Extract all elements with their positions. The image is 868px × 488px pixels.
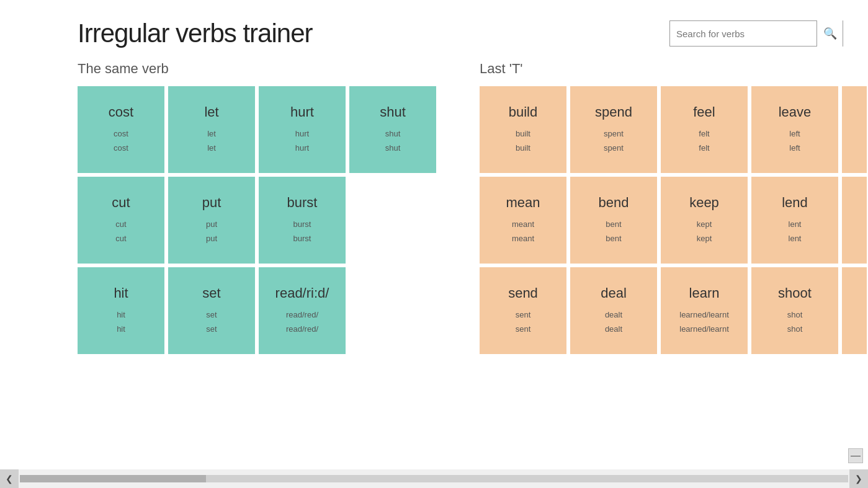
- card-base-form: leave: [779, 104, 812, 120]
- card-base-form: set: [202, 285, 220, 301]
- card-past-form: cut: [115, 217, 126, 231]
- last-t-title: Last 'T': [480, 61, 867, 77]
- card-pp-form: felt: [699, 141, 709, 155]
- card-base-form: burst: [287, 195, 318, 211]
- card-pp-form: set: [206, 322, 217, 336]
- verb-card[interactable]: deal dealt dealt: [570, 267, 657, 354]
- verb-card[interactable]: send sent sent: [480, 267, 566, 354]
- verb-card[interactable]: burst burst burst: [259, 177, 346, 264]
- search-box: 🔍: [669, 20, 843, 47]
- card-pp-form: cut: [115, 231, 126, 246]
- scroll-track: [20, 475, 848, 482]
- card-pp-form: sent: [516, 322, 531, 336]
- card-base-form: hurt: [290, 104, 314, 120]
- card-past-form: spent: [604, 126, 624, 141]
- search-button[interactable]: 🔍: [817, 20, 843, 47]
- card-pp-form: let: [207, 141, 216, 155]
- verb-card[interactable]: cut cut cut: [78, 177, 164, 264]
- same-verb-grid: cost cost cost let let let hurt hurt hur…: [78, 86, 436, 354]
- card-pp-form: left: [789, 141, 800, 155]
- card-past-form: learned/learnt: [679, 308, 729, 322]
- same-verb-section: The same verb cost cost cost let let let…: [78, 61, 436, 354]
- verb-card[interactable]: mean meant meant: [480, 177, 566, 264]
- card-base-form: deal: [601, 285, 627, 301]
- card-past-form: sent: [516, 308, 531, 322]
- verb-card[interactable]: cost cost cost: [78, 86, 164, 173]
- card-pp-form: hurt: [295, 141, 309, 155]
- card-past-form: read/red/: [286, 308, 318, 322]
- card-past-form: lent: [789, 217, 802, 231]
- card-pp-form: burst: [293, 231, 311, 246]
- card-base-form: feel: [693, 104, 715, 120]
- verb-card[interactable]: hurt hurt hurt: [259, 86, 346, 173]
- card-past-form: cost: [114, 126, 128, 141]
- last-t-grid: build built built spend spent spent feel…: [480, 86, 867, 354]
- verb-card[interactable]: lend lent lent: [751, 177, 838, 264]
- card-base-form: keep: [689, 195, 719, 211]
- card-pp-form: hit: [117, 322, 125, 336]
- scroll-thumb: [20, 475, 206, 482]
- card-past-form: hit: [117, 308, 125, 322]
- scroll-left-button[interactable]: ❮: [0, 469, 19, 488]
- scroll-right-button[interactable]: ❯: [849, 469, 868, 488]
- card-pp-form: meant: [512, 231, 534, 246]
- card-base-form: put: [202, 195, 221, 211]
- card-pp-form: cost: [114, 141, 128, 155]
- card-pp-form: built: [516, 141, 530, 155]
- card-base-form: send: [508, 285, 538, 301]
- card-base-form: shoot: [778, 285, 812, 301]
- card-past-form: shot: [787, 308, 803, 322]
- card-pp-form: dealt: [605, 322, 622, 336]
- card-base-form: mean: [506, 195, 540, 211]
- verb-card[interactable]: spend spent spent: [570, 86, 657, 173]
- card-base-form: let: [204, 104, 218, 120]
- verb-card[interactable]: put put put: [168, 177, 255, 264]
- partial-card: [842, 86, 867, 173]
- verb-card[interactable]: set set set: [168, 267, 255, 354]
- card-past-form: bent: [606, 217, 621, 231]
- verb-card[interactable]: let let let: [168, 86, 255, 173]
- header: Irregular verbs trainer 🔍: [0, 0, 868, 61]
- card-past-form: left: [789, 126, 800, 141]
- verb-card[interactable]: bend bent bent: [570, 177, 657, 264]
- verb-card[interactable]: build built built: [480, 86, 566, 173]
- card-pp-form: kept: [697, 231, 712, 246]
- card-base-form: lend: [782, 195, 808, 211]
- sections-wrapper: The same verb cost cost cost let let let…: [78, 61, 867, 354]
- scrollbar: ❮ ❯: [0, 469, 868, 488]
- empty-cell: [349, 177, 436, 264]
- card-past-form: built: [516, 126, 530, 141]
- verb-card[interactable]: shoot shot shot: [751, 267, 838, 354]
- verb-card[interactable]: shut shut shut: [349, 86, 436, 173]
- card-past-form: meant: [512, 217, 534, 231]
- verb-card[interactable]: learn learned/learnt learned/learnt: [661, 267, 748, 354]
- card-past-form: hurt: [295, 126, 309, 141]
- card-base-form: read/ri:d/: [275, 285, 329, 301]
- same-verb-title: The same verb: [78, 61, 436, 77]
- zoom-button[interactable]: —: [848, 448, 863, 463]
- verb-card[interactable]: feel felt felt: [661, 86, 748, 173]
- card-pp-form: spent: [604, 141, 624, 155]
- card-pp-form: learned/learnt: [679, 322, 729, 336]
- card-pp-form: bent: [606, 231, 621, 246]
- app-title: Irregular verbs trainer: [78, 19, 312, 48]
- empty-cell: [349, 267, 436, 354]
- card-past-form: felt: [699, 126, 709, 141]
- search-input[interactable]: [670, 29, 817, 39]
- card-pp-form: read/red/: [286, 322, 318, 336]
- card-base-form: cut: [112, 195, 130, 211]
- card-base-form: learn: [689, 285, 720, 301]
- card-past-form: set: [206, 308, 217, 322]
- verb-card[interactable]: leave left left: [751, 86, 838, 173]
- card-past-form: let: [207, 126, 216, 141]
- card-past-form: put: [206, 217, 217, 231]
- card-base-form: build: [509, 104, 537, 120]
- last-t-section: Last 'T' build built built spend spent s…: [480, 61, 867, 354]
- card-pp-form: lent: [789, 231, 802, 246]
- card-pp-form: put: [206, 231, 217, 246]
- card-pp-form: shot: [787, 322, 803, 336]
- verb-card[interactable]: hit hit hit: [78, 267, 164, 354]
- verb-card[interactable]: keep kept kept: [661, 177, 748, 264]
- card-base-form: hit: [114, 285, 128, 301]
- verb-card[interactable]: read/ri:d/ read/red/ read/red/: [259, 267, 346, 354]
